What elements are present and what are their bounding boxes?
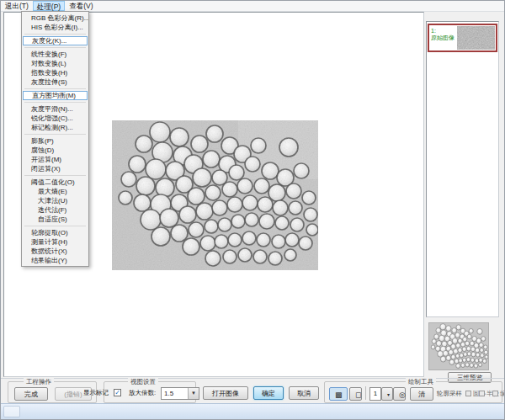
menu-item-log[interactable]: 对数变换(L) xyxy=(22,59,88,68)
menu-item-exp[interactable]: 指数变换(H) xyxy=(22,68,88,77)
number-checkbox[interactable] xyxy=(492,391,498,396)
menu-item-smooth[interactable]: 灰度平滑(N)... xyxy=(22,104,88,114)
radius-checkbox[interactable] xyxy=(479,391,485,396)
menu-item-contour[interactable]: 轮廓提取(O) xyxy=(22,228,88,237)
menu-exit[interactable]: 退出(T) xyxy=(1,1,33,11)
menu-item-measure[interactable]: 测量计算(H) xyxy=(22,237,88,247)
show-marks-checkbox[interactable]: ✓ xyxy=(114,389,121,396)
brush-icon: ▩ xyxy=(335,391,343,399)
zoom-factor-label: 放大倍数: xyxy=(129,389,156,397)
cancel-button[interactable]: 取消 xyxy=(289,386,319,400)
menu-separator xyxy=(22,224,88,228)
menu-item-erode[interactable]: 腐蚀(D) xyxy=(22,146,88,155)
window-bottom-strip xyxy=(1,403,504,420)
eraser-tool-button[interactable]: ◻ xyxy=(349,387,362,401)
ok-button[interactable]: 确定 xyxy=(253,386,284,400)
menu-separator xyxy=(22,173,88,178)
history-item-index: 1: xyxy=(431,28,456,35)
option-number[interactable]: 编号 xyxy=(492,390,505,398)
menu-view[interactable]: 查看(V) xyxy=(65,1,97,11)
history-item-thumbnail xyxy=(457,26,495,50)
menu-item-output[interactable]: 结果输出(Y) xyxy=(22,256,88,265)
menu-item-threshold[interactable]: 阈值二值化(O) xyxy=(22,178,88,187)
menu-item-linear[interactable]: 线性变换(F) xyxy=(22,50,88,59)
eraser-icon: ◻ xyxy=(355,391,361,399)
menu-item-otsu[interactable]: 大津法(U) xyxy=(22,196,88,205)
overlay-label: 轮廓采样 xyxy=(437,390,462,398)
app-window: 退出(T) 处理(P) 查看(V) RGB 色彩分离(R)... HIS 色彩分… xyxy=(0,0,505,420)
preview-thumbnail[interactable] xyxy=(428,322,489,370)
process-dropdown-menu: RGB 色彩分离(R)... HIS 色彩分离(I)... 灰度化(K)... … xyxy=(21,11,89,267)
menu-item-sharpen[interactable]: 锐化增强(C)... xyxy=(22,114,88,123)
menu-separator xyxy=(22,45,88,50)
open-image-button[interactable]: 打开图像 xyxy=(203,386,248,400)
menu-item-rgb-split[interactable]: RGB 色彩分离(R)... xyxy=(22,13,88,23)
pen-size-stepper[interactable]: ▾ xyxy=(381,387,393,401)
center-checkbox[interactable] xyxy=(465,391,471,396)
done-button[interactable]: 完成 xyxy=(14,387,48,401)
menu-process[interactable]: 处理(P) xyxy=(33,1,65,11)
menu-item-stretch[interactable]: 灰度拉伸(S) xyxy=(22,77,88,87)
menu-item-statistics[interactable]: 数据统计(X) xyxy=(22,247,88,256)
step-group-title: 工程操作 xyxy=(24,378,54,385)
toolbar-divider xyxy=(365,386,366,400)
menu-item-hist-equalize[interactable]: 直方图均衡(M) xyxy=(23,91,88,100)
history-item-selected[interactable]: 1: 原始图像 xyxy=(428,24,497,52)
menu-separator xyxy=(22,32,88,36)
brush-tool-button[interactable]: ▩ xyxy=(329,387,348,401)
history-item-label: 1: 原始图像 xyxy=(429,25,456,51)
pen-size-field[interactable]: 1 xyxy=(369,387,381,401)
menu-item-close-op[interactable]: 闭运算(X) xyxy=(22,164,88,173)
zoom-tool-button[interactable]: ◎ xyxy=(393,387,406,401)
combo-dropdown-icon[interactable]: ▼ xyxy=(188,388,199,399)
history-list[interactable]: 1: 原始图像 xyxy=(426,21,499,317)
menu-item-mark-detect[interactable]: 标记检测(R)... xyxy=(22,123,88,132)
history-item-name: 原始图像 xyxy=(431,35,456,41)
menu-separator xyxy=(22,100,88,104)
zoom-factor-value: 1.5 xyxy=(162,388,188,399)
menu-item-grayscale[interactable]: 灰度化(K)... xyxy=(23,36,88,45)
menu-item-adaptive[interactable]: 自适应(S) xyxy=(22,215,88,224)
view-group-title: 视图设置 xyxy=(128,378,158,385)
show-marks-label: 显示标记 xyxy=(83,389,109,397)
menu-item-his-split[interactable]: HIS 色彩分离(I)... xyxy=(22,23,88,32)
menu-item-dilate[interactable]: 膨胀(P) xyxy=(22,136,88,146)
draw-group-title: 绘制工具 xyxy=(406,378,436,385)
clear-screen-button[interactable]: 清屏 xyxy=(410,387,433,401)
menu-separator xyxy=(22,132,88,136)
zoom-factor-combo[interactable]: 1.5 ▼ xyxy=(161,387,199,400)
menu-item-max-entropy[interactable]: 最大熵(E) xyxy=(22,187,88,196)
resize-grip xyxy=(3,406,20,417)
menu-item-iterative[interactable]: 迭代法(F) xyxy=(22,205,88,215)
microsphere-image[interactable] xyxy=(112,120,318,270)
menu-separator xyxy=(22,87,88,91)
option-number-label: 编号 xyxy=(500,390,505,397)
magnifier-icon: ◎ xyxy=(399,391,406,399)
menu-item-open-op[interactable]: 开运算(M) xyxy=(22,155,88,164)
